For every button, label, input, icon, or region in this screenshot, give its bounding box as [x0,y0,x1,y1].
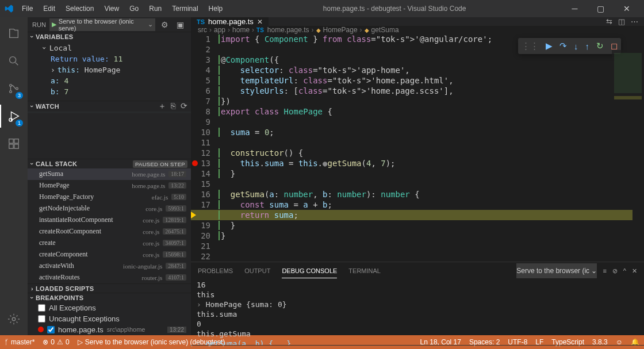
tab-problems[interactable]: PROBLEMS [198,264,233,278]
activity-bar: 3 1 [0,17,28,335]
editor-area: TS home.page.ts ✕ ⇆ ◫ ⋯ src› app› home› … [191,17,644,335]
compare-icon[interactable]: ⇆ [606,17,612,26]
close-panel-icon[interactable]: ✕ [632,264,637,278]
callstack-item[interactable]: getSumahome.page.ts18:17 [28,168,191,180]
run-config-select[interactable]: ▶ Serve to the browser (ionic serve) ⌄ [49,18,155,31]
callstack-body: getSumahome.page.ts18:17HomePagehome.pag… [28,168,191,283]
close-icon[interactable]: ✕ [614,0,639,17]
callstack-item[interactable]: createComponentcore.js15698:1 [28,249,191,260]
callstack-item[interactable]: activateWithionic-angular.js2847:1 [28,260,191,272]
tab-bar: TS home.page.ts ✕ ⇆ ◫ ⋯ [191,17,644,26]
callstack-item[interactable]: createRootComponentcore.js26475:1 [28,226,191,237]
run-label: RUN [32,21,46,28]
checkbox[interactable] [38,315,45,323]
play-icon[interactable]: ▶ [52,21,56,28]
menu-go[interactable]: Go [125,2,143,15]
breakpoints-body: All Exceptions Uncaught Exceptions home.… [28,302,191,335]
run-header: RUN ▶ Serve to the browser (ionic serve)… [28,17,191,32]
scm-icon[interactable]: 3 [0,77,28,100]
minimize-icon[interactable]: ─ [562,0,588,17]
console-icon[interactable]: ▣ [174,20,186,29]
callstack-item[interactable]: instantiateRootComponentcore.js12819:1 [28,214,191,226]
watch-body[interactable] [28,112,191,159]
execution-arrow-icon [191,212,196,218]
svg-rect-8 [14,144,18,148]
scm-badge: 3 [16,92,23,99]
ts-icon: TS [197,18,205,25]
callstack-item[interactable]: createcore.js34097:1 [28,237,191,249]
svg-rect-7 [9,144,13,148]
vscode-icon [5,4,14,13]
menu-edit[interactable]: Edit [39,2,60,15]
callstack-item[interactable]: getNodeInjectablecore.js5993:1 [28,203,191,214]
menu-terminal[interactable]: Terminal [167,2,202,15]
close-tab-icon[interactable]: ✕ [257,18,263,26]
loaded-scripts-header[interactable]: LOADED SCRIPTS [28,283,191,293]
problems-item[interactable]: ⊗ 0 ⚠ 0 [43,338,69,346]
bp-uncaught[interactable]: Uncaught Exceptions [28,313,191,324]
menu-run[interactable]: Run [144,2,166,15]
svg-point-0 [10,57,16,63]
maximize-panel-icon[interactable]: ^ [623,264,626,278]
menubar[interactable]: File Edit Selection View Go Run Terminal… [17,2,227,15]
settings-icon[interactable]: ⚙ [159,20,171,29]
svg-rect-5 [9,139,13,143]
more-icon[interactable]: ⋯ [631,17,638,26]
tab-debug-console[interactable]: DEBUG CONSOLE [282,264,337,278]
callstack-header[interactable]: CALL STACKPAUSED ON STEP [28,159,191,168]
checkbox[interactable] [47,326,55,333]
maximize-icon[interactable]: ▢ [588,0,614,17]
search-icon[interactable] [0,49,28,72]
refresh-icon[interactable]: ⟳ [181,101,187,112]
debug-sidebar: RUN ▶ Serve to the browser (ionic serve)… [28,17,191,335]
watch-header[interactable]: WATCH ＋⎘⟳ [28,101,191,112]
split-icon[interactable]: ◫ [618,17,625,26]
svg-rect-6 [14,139,18,143]
tab-home-page[interactable]: TS home.page.ts ✕ [191,17,269,26]
bp-all-exceptions[interactable]: All Exceptions [28,302,191,313]
run-debug-icon[interactable]: 1 [0,105,28,128]
menu-help[interactable]: Help [204,2,228,15]
window-title: home.page.ts - debugtest - Visual Studio… [227,5,562,13]
menu-file[interactable]: File [17,2,37,15]
breakpoint-dot-icon [38,327,44,332]
filter-icon[interactable]: ≡ [603,264,606,278]
minimap[interactable] [612,50,644,142]
variables-header[interactable]: VARIABLES [28,32,191,41]
run-config-name: Serve to the browser (ionic serve) [59,18,145,32]
code-editor[interactable]: 12345678910111213141516171819202122 impo… [191,34,644,262]
svg-point-3 [16,87,18,90]
collapse-icon[interactable]: ⎘ [171,101,175,112]
debug-console[interactable]: 16 this › HomePage {suma: 0} this.suma 0… [191,279,644,345]
debug-badge: 1 [16,120,23,126]
callstack-item[interactable]: activateRoutesrouter.js4107:1 [28,272,191,283]
variables-body: Local Return value: 11 this: HomePage a:… [28,41,191,101]
add-icon[interactable]: ＋ [158,101,166,112]
tab-terminal[interactable]: TERMINAL [348,264,381,278]
svg-point-2 [10,91,12,93]
menu-view[interactable]: View [99,2,124,15]
clear-icon[interactable]: ⊘ [612,264,618,278]
breakpoint-glyph[interactable] [192,160,198,166]
titlebar: File Edit Selection View Go Run Terminal… [0,0,644,17]
checkbox[interactable] [38,304,45,312]
menu-selection[interactable]: Selection [61,2,98,15]
breakpoints-header[interactable]: BREAKPOINTS [28,293,191,302]
breadcrumb[interactable]: src› app› home› TShome.page.ts› ◆ HomePa… [191,26,644,34]
svg-point-1 [10,85,12,87]
callstack-item[interactable]: HomePagehome.page.ts13:22 [28,180,191,191]
explorer-icon[interactable] [0,22,28,45]
gear-icon[interactable] [0,308,28,331]
pause-status: PAUSED ON STEP [133,160,187,168]
session-select[interactable]: Serve to the browser (ic ⌄ [516,263,597,278]
callstack-item[interactable]: HomePage_Factoryefac.js5:10 [28,191,191,203]
extensions-icon[interactable] [0,132,28,155]
tab-output[interactable]: OUTPUT [244,264,270,278]
bp-file[interactable]: home.page.ts src\app\home13:22 [28,324,191,335]
bottom-panel: PROBLEMS OUTPUT DEBUG CONSOLE TERMINAL S… [191,262,644,349]
line-gutter[interactable]: 12345678910111213141516171819202122 [191,34,218,262]
chevron-down-icon[interactable]: ⌄ [148,21,153,28]
branch-item[interactable]: ᚶ master* [5,338,34,346]
repl-input[interactable]: › [191,345,644,349]
panel-tabs: PROBLEMS OUTPUT DEBUG CONSOLE TERMINAL S… [191,262,644,279]
